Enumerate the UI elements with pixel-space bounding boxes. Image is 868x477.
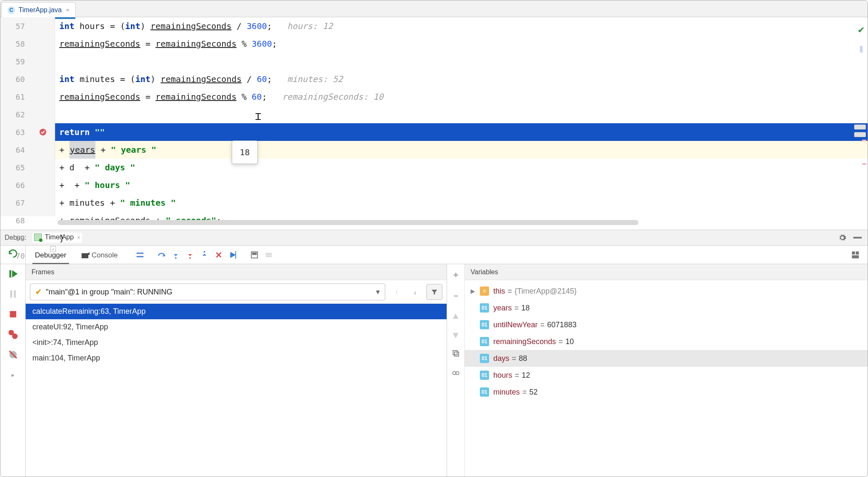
line-number[interactable]: 67 xyxy=(0,194,25,212)
line-number[interactable]: 70 xyxy=(0,247,25,265)
expand-icon[interactable]: ▶ xyxy=(471,288,480,294)
svg-point-0 xyxy=(40,129,46,135)
file-tab[interactable]: C TimerApp.java × xyxy=(1,2,76,17)
variable-row[interactable]: 01 hours=12 xyxy=(465,367,868,384)
mute-breakpoints-icon[interactable] xyxy=(8,349,19,360)
view-breakpoints-icon[interactable] xyxy=(8,329,19,340)
frames-side-gutter: ＋ － ▲ ▼ xyxy=(447,264,465,477)
variable-row[interactable]: 01 remainingSeconds=10 xyxy=(465,333,868,350)
primitive-icon: 01 xyxy=(480,337,489,346)
svg-rect-13 xyxy=(10,290,12,297)
filter-icon[interactable] xyxy=(426,284,442,300)
marker-icon[interactable] xyxy=(860,46,863,53)
svg-rect-20 xyxy=(453,350,457,355)
variable-row[interactable]: 01 untilNewYear=6071883 xyxy=(465,316,868,333)
frames-list: calculateRemaining:63, TimerApp createUI… xyxy=(26,304,447,477)
editor: 57 58 59 60 61 62 63 64 65 66 67 68 69 7… xyxy=(0,17,868,230)
stack-frame[interactable]: main:104, TimerApp xyxy=(26,350,447,366)
add-watch-icon[interactable]: ＋ xyxy=(451,268,460,281)
text-cursor-icon: Ꮖ xyxy=(255,108,261,126)
variable-row[interactable]: 01 years=18 xyxy=(465,299,868,316)
variable-row[interactable]: 01 days=88 xyxy=(465,350,868,367)
marker-warning-icon xyxy=(862,140,866,141)
stack-frame[interactable]: calculateRemaining:63, TimerApp xyxy=(26,304,447,319)
chevron-down-icon[interactable]: ▾ xyxy=(376,287,380,297)
minimap[interactable] xyxy=(852,125,868,165)
breakpoint-gutter[interactable] xyxy=(31,17,55,216)
primitive-icon: 01 xyxy=(480,354,489,363)
svg-rect-14 xyxy=(14,290,16,297)
variable-row[interactable]: 01 minutes=52 xyxy=(465,384,868,400)
check-icon: ✔ xyxy=(35,287,42,297)
debug-leftrail: » xyxy=(0,264,26,477)
check-icon[interactable]: ✔ xyxy=(858,21,864,38)
svg-point-22 xyxy=(456,371,459,375)
line-number[interactable]: 58 xyxy=(0,35,25,53)
code-area[interactable]: int hours = (int) remainingSeconds / 360… xyxy=(55,17,868,216)
object-icon: ≡ xyxy=(480,286,489,296)
line-number[interactable]: 63 xyxy=(0,123,25,141)
line-gutter: 57 58 59 60 61 62 63 64 65 66 67 68 69 7… xyxy=(0,17,31,216)
marker-warning-icon xyxy=(862,163,866,165)
stack-frame[interactable]: createUI:92, TimerApp xyxy=(26,319,447,335)
svg-point-17 xyxy=(12,334,17,339)
svg-rect-15 xyxy=(10,311,16,317)
thread-selector[interactable]: ✔ "main"@1 in group "main": RUNNING ▾ xyxy=(30,284,385,300)
next-frame-icon[interactable]: ↓ xyxy=(408,285,422,299)
primitive-icon: 01 xyxy=(480,387,489,397)
console-icon xyxy=(82,253,88,258)
inspection-gutter: ✔ xyxy=(858,21,864,53)
ide-window: C TimerApp.java × 57 58 59 60 61 62 63 6… xyxy=(0,0,868,477)
frames-panel: Frames ✔ "main"@1 in group "main": RUNNI… xyxy=(26,264,447,477)
variables-title: Variables xyxy=(465,264,868,280)
more-actions-icon[interactable]: » xyxy=(8,369,19,380)
frames-title: Frames xyxy=(26,264,447,280)
application-icon xyxy=(34,233,42,241)
copy-icon[interactable] xyxy=(452,349,460,360)
watches-icon[interactable] xyxy=(451,368,461,379)
line-number[interactable]: 66 xyxy=(0,176,25,194)
line-number[interactable]: 61 xyxy=(0,88,25,106)
file-tab-label: TimerApp.java xyxy=(19,6,62,14)
pause-icon[interactable] xyxy=(8,289,19,299)
close-icon[interactable]: × xyxy=(66,6,70,13)
stop-icon[interactable] xyxy=(8,309,19,320)
tab-console[interactable]: Console xyxy=(79,247,120,264)
breakpoint-verified-icon[interactable] xyxy=(39,128,47,136)
line-number[interactable]: 57 xyxy=(0,17,25,35)
horizontal-scrollbar[interactable] xyxy=(58,219,864,226)
line-number[interactable]: 65 xyxy=(0,159,25,176)
debug-panes: » Frames ✔ "main"@1 in group "main": RUN… xyxy=(0,264,868,477)
editor-tabbar: C TimerApp.java × xyxy=(0,0,868,17)
stack-frame[interactable]: <init>:74, TimerApp xyxy=(26,335,447,350)
drop-frame-icon[interactable] xyxy=(212,250,226,260)
line-number[interactable]: 69 xyxy=(0,229,25,247)
line-number[interactable]: 64 xyxy=(0,141,25,159)
line-number[interactable]: 68 xyxy=(0,212,25,229)
value-tooltip: 18 xyxy=(232,140,258,164)
primitive-icon: 01 xyxy=(480,303,489,313)
primitive-icon: 01 xyxy=(480,371,489,380)
tab-debugger[interactable]: Debugger xyxy=(32,247,69,264)
up-icon[interactable]: ▲ xyxy=(451,310,460,321)
svg-rect-19 xyxy=(454,352,458,356)
svg-point-21 xyxy=(453,371,456,375)
line-number[interactable]: 60 xyxy=(0,70,25,88)
primitive-icon: 01 xyxy=(480,320,489,329)
variable-row[interactable]: ▶ ≡ this={TimerApp@2145} xyxy=(465,283,868,299)
down-icon[interactable]: ▼ xyxy=(451,330,460,341)
previous-frame-icon[interactable]: ↑ xyxy=(389,285,404,299)
variables-list: ▶ ≡ this={TimerApp@2145} 01 years=18 01 … xyxy=(465,280,868,477)
thread-label: "main"@1 in group "main": RUNNING xyxy=(46,288,172,297)
trace-current-stream-chain-icon[interactable] xyxy=(262,250,276,260)
resume-icon[interactable] xyxy=(8,268,19,279)
svg-rect-12 xyxy=(9,270,11,277)
line-number[interactable]: 62 xyxy=(0,106,25,123)
remove-watch-icon[interactable]: － xyxy=(451,289,460,302)
class-icon: C xyxy=(8,6,15,14)
variables-panel: Variables ▶ ≡ this={TimerApp@2145} 01 ye… xyxy=(465,264,868,477)
line-number[interactable]: 59 xyxy=(0,53,25,70)
